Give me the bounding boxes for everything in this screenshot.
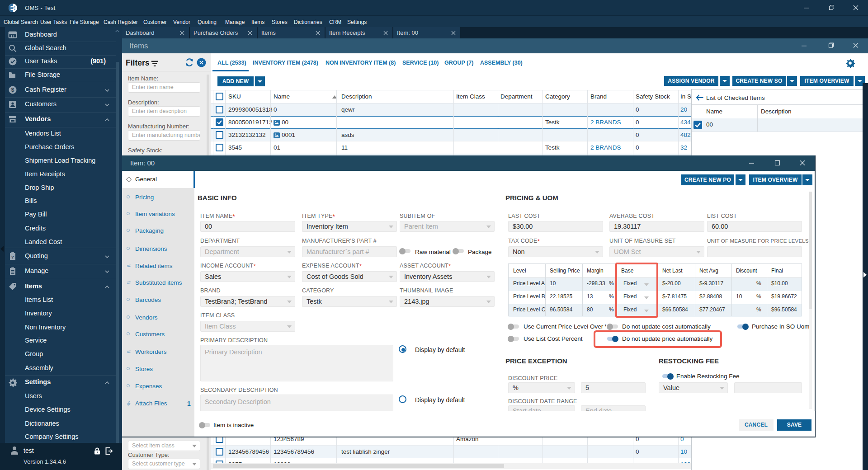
svg-text:?: ? <box>11 254 14 259</box>
svg-text:$: $ <box>11 87 14 93</box>
